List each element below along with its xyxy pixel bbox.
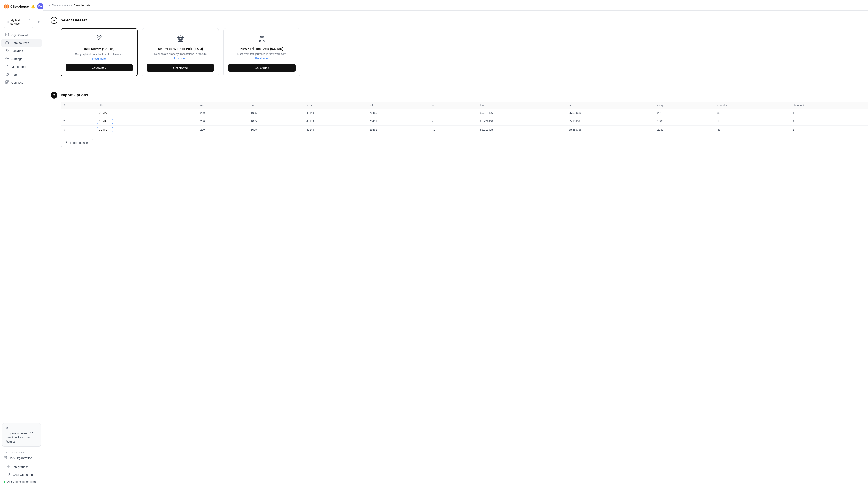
org-item[interactable]: DA's Organization ›	[4, 455, 39, 461]
table-row: 225010054514825452-185.92161655.33408100…	[61, 117, 868, 126]
table-cell: 32	[715, 109, 790, 117]
table-cell: 250	[197, 109, 248, 117]
import-btn-row: Import dataset	[61, 138, 861, 147]
table-cell: 250	[197, 117, 248, 126]
svg-rect-3	[7, 4, 8, 8]
svg-point-14	[99, 38, 99, 38]
page-content: Select Dataset Cell Towers (1.1 GB) Geog…	[43, 11, 868, 485]
sql-console-label: SQL Console	[11, 33, 29, 37]
status-dot	[4, 481, 5, 483]
header-right: 🔔 DA	[31, 3, 43, 9]
table-cell: 25452	[367, 117, 430, 126]
table-cell: -1	[430, 117, 477, 126]
uk-property-read-more[interactable]: Read more	[174, 57, 187, 60]
svg-rect-12	[6, 83, 7, 84]
breadcrumb: Data sources / Sample data	[52, 4, 90, 7]
sidebar-item-help[interactable]: Help	[1, 71, 42, 78]
breadcrumb-separator: /	[71, 4, 72, 7]
import-btn-icon	[65, 141, 68, 144]
table-cell: 36	[715, 126, 790, 134]
org-section: Organization DA's Organization ›	[0, 449, 43, 463]
step-connector	[54, 84, 54, 91]
import-dataset-button[interactable]: Import dataset	[61, 138, 93, 147]
radio-input[interactable]	[97, 110, 113, 116]
ny-taxi-get-started-button[interactable]: Get started	[228, 64, 296, 72]
import-table: # radio mcc net area cell unit lon lat r…	[61, 102, 868, 134]
data-sources-icon	[5, 41, 9, 45]
bell-icon[interactable]: 🔔	[31, 4, 35, 8]
main-content: ‹ Data sources / Sample data Select Data…	[43, 0, 868, 485]
sidebar-item-monitoring[interactable]: Monitoring	[1, 63, 42, 70]
add-service-button[interactable]: +	[36, 19, 41, 26]
settings-icon	[5, 57, 9, 61]
step1-circle	[51, 17, 57, 24]
table-cell: 85.921616	[477, 117, 566, 126]
sidebar-item-chat-support[interactable]: Chat with support	[3, 471, 40, 479]
radio-input[interactable]	[97, 127, 113, 132]
monitoring-label: Monitoring	[11, 65, 26, 68]
table-cell: 85.912436	[477, 109, 566, 117]
col-cell: cell	[367, 102, 430, 109]
uk-property-desc: Real-estate property transactions in the…	[154, 52, 207, 56]
chat-support-label: Chat with support	[13, 473, 36, 477]
table-cell: 1005	[248, 126, 304, 134]
breadcrumb-parent[interactable]: Data sources	[52, 4, 70, 7]
table-cell: 85.916815	[477, 126, 566, 134]
service-name: My first service	[10, 19, 27, 25]
table-cell: 25451	[367, 126, 430, 134]
svg-point-9	[7, 75, 7, 75]
monitoring-icon	[5, 65, 9, 69]
table-cell: 250	[197, 126, 248, 134]
avatar[interactable]: DA	[37, 3, 43, 9]
sidebar-item-connect[interactable]: Connect	[1, 79, 42, 86]
step2-row: 2 Import Options	[51, 92, 861, 99]
col-area: area	[304, 102, 367, 109]
sidebar-item-backups[interactable]: Backups	[1, 47, 42, 55]
sidebar-item-integrations[interactable]: Integrations	[3, 463, 40, 471]
step1-row: Select Dataset	[51, 17, 861, 24]
sidebar-nav: SQL Console Data sources Backups Setting…	[0, 31, 43, 87]
sql-console-icon	[5, 33, 9, 37]
table-row: 325010054514825451-185.91681555.33376920…	[61, 126, 868, 134]
service-selector[interactable]: ⊞ My first service ⌃⌄	[4, 16, 33, 28]
table-cell: 3	[61, 126, 94, 134]
sidebar-item-sql-console[interactable]: SQL Console	[1, 31, 42, 39]
table-cell: 45148	[304, 109, 367, 117]
ny-taxi-read-more[interactable]: Read more	[255, 57, 269, 60]
org-chevron-icon: ›	[39, 456, 39, 460]
table-cell: 1005	[248, 117, 304, 126]
table-cell: 1	[790, 117, 868, 126]
app-name: ClickHouse	[10, 4, 29, 8]
col-lat: lat	[566, 102, 655, 109]
ny-taxi-desc: Data from taxi journeys in New York City…	[238, 52, 286, 56]
org-name: DA's Organization	[9, 456, 32, 460]
table-cell: -1	[430, 109, 477, 117]
radio-input[interactable]	[97, 119, 113, 124]
sidebar: ClickHouse 🔔 DA ⊞ My first service ⌃⌄ + …	[0, 0, 43, 485]
col-range: range	[655, 102, 715, 109]
col-radio: radio	[94, 102, 197, 109]
ny-taxi-title: New York Taxi Data (930 MB)	[240, 47, 283, 51]
svg-rect-23	[260, 37, 263, 37]
sidebar-item-settings[interactable]: Settings	[1, 55, 42, 63]
cell-towers-get-started-button[interactable]: Get started	[66, 64, 132, 71]
status-item: All systems operational	[1, 479, 42, 485]
topbar: ‹ Data sources / Sample data	[43, 0, 868, 11]
settings-label: Settings	[11, 57, 22, 61]
upgrade-box: ⏱ Upgrade in the next 30 days to unlock …	[2, 423, 41, 447]
sidebar-bottom-links: Integrations Chat with support All syste…	[0, 463, 43, 485]
back-button[interactable]: ‹	[49, 3, 50, 7]
table-cell: 55.333682	[566, 109, 655, 117]
col-unit: unit	[430, 102, 477, 109]
cell-towers-title: Cell Towers (1.1 GB)	[84, 47, 114, 51]
ny-taxi-icon	[257, 34, 267, 45]
sidebar-item-data-sources[interactable]: Data sources	[1, 39, 42, 47]
integrations-icon	[6, 465, 10, 469]
table-cell: 45148	[304, 117, 367, 126]
table-cell: 1	[715, 117, 790, 126]
cell-towers-read-more[interactable]: Read more	[92, 57, 105, 60]
dataset-card-uk-property: UK Property Price Paid (4 GB) Real-estat…	[142, 28, 219, 76]
uk-property-get-started-button[interactable]: Get started	[147, 64, 214, 72]
data-sources-label: Data sources	[11, 41, 29, 45]
col-lon: lon	[477, 102, 566, 109]
